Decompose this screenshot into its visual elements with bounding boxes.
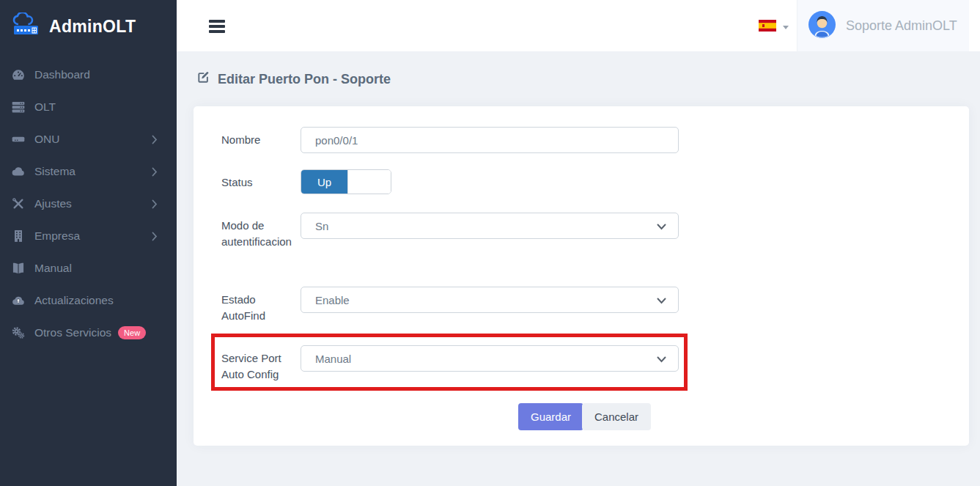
status-toggle[interactable]: Up (301, 169, 391, 194)
sidebar-item-label: OLT (34, 100, 56, 114)
nombre-input[interactable] (301, 127, 679, 153)
status-toggle-on-label: Up (301, 170, 347, 194)
status-toggle-track (347, 170, 391, 194)
device-icon (10, 132, 26, 147)
chevron-right-icon (152, 231, 158, 244)
estado-autofind-select[interactable]: Enable (301, 287, 679, 313)
sidebar-item-empresa[interactable]: Empresa (0, 220, 177, 252)
service-port-auto-config-value: Manual (315, 353, 351, 365)
sidebar-item-dashboard[interactable]: Dashboard (0, 59, 177, 91)
tools-icon (10, 196, 26, 211)
chevron-down-icon (657, 220, 666, 232)
chevron-down-icon (657, 353, 666, 365)
sidebar-item-label: Empresa (34, 229, 80, 243)
chevron-right-icon (152, 134, 158, 147)
hamburger-menu-button[interactable] (209, 20, 225, 35)
new-badge: New (118, 326, 146, 339)
estado-autofind-label: Estado AutoFind (221, 292, 295, 324)
cancel-button[interactable]: Cancelar (582, 403, 651, 430)
spain-flag-icon (759, 20, 776, 34)
user-menu[interactable]: Soporte AdminOLT (797, 0, 969, 51)
sidebar: AdminOLT Dashboard OLT ONU Sistema (0, 0, 177, 486)
chevron-right-icon (152, 199, 158, 212)
sidebar-item-ajustes[interactable]: Ajustes (0, 188, 177, 220)
modo-autentificacion-value: Sn (315, 220, 328, 232)
sidebar-item-otros-servicios[interactable]: Otros Servicios New (0, 317, 177, 349)
save-button[interactable]: Guardar (518, 403, 583, 430)
book-icon (10, 261, 26, 276)
chevron-down-icon (657, 294, 666, 306)
sidebar-item-label: Manual (34, 262, 72, 275)
app-logo[interactable]: AdminOLT (0, 0, 177, 53)
sidebar-menu: Dashboard OLT ONU Sistema Ajus (0, 59, 177, 349)
cloud-icon (10, 164, 26, 179)
user-name: Soporte AdminOLT (846, 18, 957, 34)
adminolt-logo-icon (12, 12, 43, 40)
language-dropdown[interactable] (759, 20, 789, 34)
service-port-auto-config-label: Service Port Auto Config (221, 350, 295, 383)
building-icon (10, 229, 26, 243)
sidebar-item-onu[interactable]: ONU (0, 123, 177, 155)
form-card: Nombre Status Up Modo de autentificacion… (194, 106, 969, 446)
topbar: Soporte AdminOLT (177, 0, 980, 51)
dashboard-icon (10, 67, 26, 82)
avatar (808, 11, 836, 41)
sidebar-item-manual[interactable]: Manual (0, 252, 177, 284)
page-title: Editar Puerto Pon - Soporte (196, 70, 391, 88)
modo-autentificacion-select[interactable]: Sn (301, 213, 679, 239)
sidebar-item-label: Otros Servicios (34, 326, 111, 339)
sidebar-item-actualizaciones[interactable]: Actualizaciones (0, 284, 177, 317)
main-content: Editar Puerto Pon - Soporte Nombre Statu… (177, 51, 980, 486)
sidebar-item-sistema[interactable]: Sistema (0, 155, 177, 188)
page-title-text: Editar Puerto Pon - Soporte (218, 72, 391, 87)
modo-autentificacion-label: Modo de autentificacion (221, 218, 295, 250)
cloud-upload-icon (10, 293, 26, 308)
status-label: Status (221, 174, 295, 191)
sidebar-item-label: Ajustes (34, 197, 72, 210)
server-icon (10, 100, 26, 114)
sidebar-item-label: ONU (34, 133, 59, 146)
nombre-label: Nombre (221, 132, 295, 148)
edit-icon (196, 70, 210, 88)
app-title: AdminOLT (49, 17, 136, 37)
gears-icon (10, 325, 26, 340)
sidebar-item-label: Actualizaciones (34, 294, 114, 307)
sidebar-item-label: Sistema (34, 165, 75, 178)
service-port-auto-config-select[interactable]: Manual (301, 345, 679, 372)
chevron-right-icon (152, 166, 158, 180)
sidebar-item-label: Dashboard (34, 68, 90, 81)
estado-autofind-value: Enable (315, 294, 350, 306)
sidebar-item-olt[interactable]: OLT (0, 91, 177, 123)
caret-down-icon (783, 26, 789, 29)
